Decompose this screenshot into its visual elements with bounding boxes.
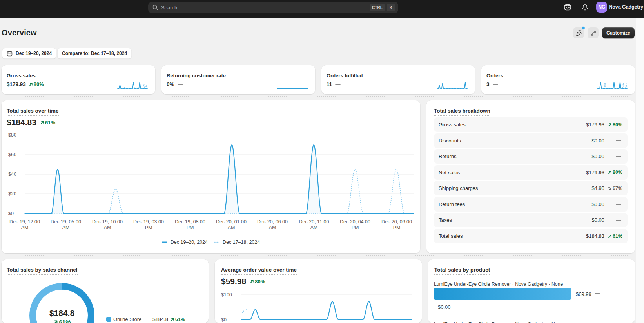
svg-text:$184.8: $184.8 (49, 308, 75, 318)
